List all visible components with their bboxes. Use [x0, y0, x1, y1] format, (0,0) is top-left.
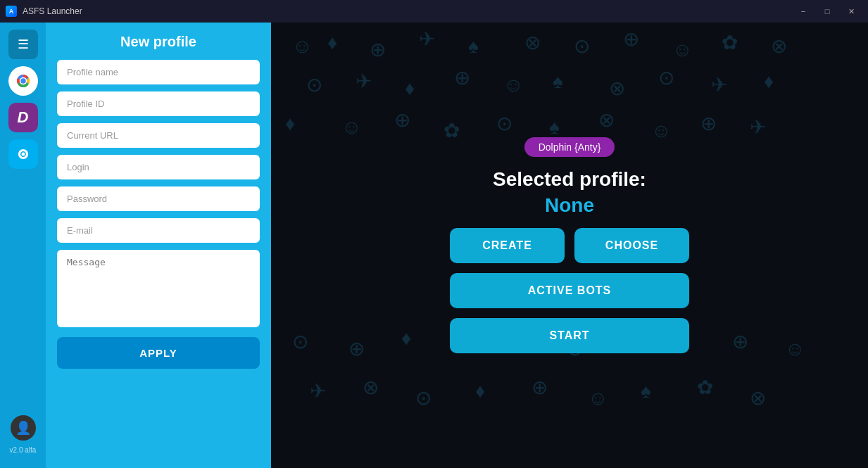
start-button[interactable]: START: [450, 318, 689, 353]
avatar-icon: 👤: [15, 420, 31, 436]
login-input[interactable]: [57, 155, 260, 179]
sidebar-item-chrome[interactable]: [8, 66, 38, 96]
profile-name-input[interactable]: [57, 60, 260, 84]
form-title: New profile: [57, 34, 260, 50]
app-icon: A: [6, 6, 17, 17]
choose-button[interactable]: CHOOSE: [574, 228, 689, 263]
sidebar: ☰ D: [0, 23, 46, 468]
titlebar: A ASFS Launcher − □ ✕: [0, 0, 868, 23]
sidebar-bottom: 👤 v2.0 alfa: [10, 415, 37, 461]
active-bots-button[interactable]: ACTIVE BOTS: [450, 273, 689, 308]
user-avatar[interactable]: 👤: [11, 415, 36, 441]
primary-actions: CREATE CHOOSE: [450, 228, 689, 263]
message-textarea[interactable]: [57, 250, 260, 327]
email-input[interactable]: [57, 218, 260, 243]
create-button[interactable]: CREATE: [450, 228, 565, 263]
current-url-input[interactable]: [57, 123, 260, 148]
browser-badge: Dolphin {Anty}: [524, 137, 615, 157]
onlyfans-icon: [8, 139, 38, 169]
center-content: Dolphin {Anty} Selected profile: None CR…: [450, 137, 689, 353]
app-title: ASFS Launcher: [23, 6, 82, 16]
selected-profile-heading: Selected profile: None: [493, 167, 646, 218]
menu-button[interactable]: ☰: [8, 30, 38, 59]
hamburger-icon: ☰: [18, 37, 29, 52]
form-panel: New profile APPLY: [46, 23, 271, 468]
selected-profile-label: Selected profile:: [493, 168, 646, 190]
dolphin-icon: D: [8, 103, 38, 132]
svg-point-4: [21, 153, 25, 156]
profile-id-input[interactable]: [57, 91, 260, 116]
svg-point-2: [20, 78, 26, 84]
sidebar-item-dolphin[interactable]: D: [8, 103, 38, 132]
close-button[interactable]: ✕: [840, 4, 862, 18]
version-label: v2.0 alfa: [10, 446, 37, 454]
apply-button[interactable]: APPLY: [57, 337, 260, 369]
sidebar-item-onlyfans[interactable]: [8, 139, 38, 169]
selected-profile-value: None: [545, 194, 594, 216]
password-input[interactable]: [57, 186, 260, 211]
chrome-icon: [8, 66, 38, 96]
titlebar-left: A ASFS Launcher: [6, 6, 82, 17]
window-controls: − □ ✕: [792, 4, 862, 18]
right-panel: ☺ ♦ ⊕ ✈ ♠ ⊗ ⊙ ⊕ ☺ ✿ ⊗ ⊙ ✈ ♦ ⊕ ☺ ♠ ⊗ ⊙ ✈ …: [271, 23, 868, 468]
main-content: ☰ D: [0, 23, 868, 468]
maximize-button[interactable]: □: [816, 4, 838, 18]
minimize-button[interactable]: −: [792, 4, 814, 18]
